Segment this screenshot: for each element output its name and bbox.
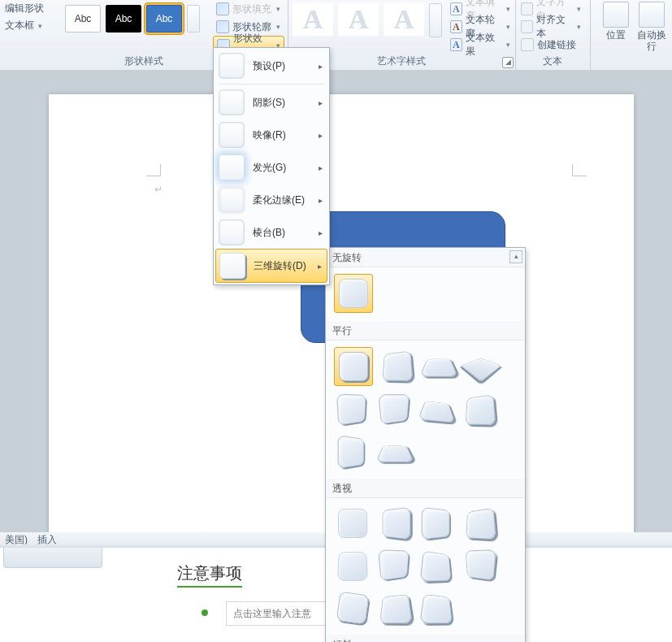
submenu-arrow-icon: ▸ <box>319 62 323 71</box>
rotation-parallel-5[interactable] <box>334 391 371 428</box>
ribbon: 编辑形状 文本框 ▾ Abc Abc Abc 形状填充▾ 形状轮廓▾ 形状效果▾… <box>0 0 672 71</box>
shape-effects-menu: 预设(P) ▸ 阴影(S) ▸ 映像(R) ▸ 发光(G) ▸ 柔化边缘(E) … <box>213 47 330 285</box>
preset-icon <box>219 53 245 79</box>
rotation-perspective-11[interactable] <box>418 589 456 627</box>
submenu-arrow-icon: ▸ <box>319 228 323 237</box>
gallery-perspective-row <box>326 498 525 635</box>
rotation-parallel-3[interactable] <box>420 347 457 384</box>
rotation-perspective-1[interactable] <box>334 505 371 542</box>
paragraph-mark: ↵ <box>154 184 163 195</box>
auto-wrap-icon <box>639 2 665 28</box>
menu-bevel[interactable]: 棱台(B) ▸ <box>215 216 327 249</box>
rotation-parallel-1[interactable] <box>334 347 373 386</box>
rotation-parallel-10[interactable] <box>376 433 414 471</box>
position-button[interactable]: 位置 <box>598 2 634 41</box>
rotation-parallel-7[interactable] <box>418 391 456 428</box>
gallery-scroll-up[interactable]: ▴ <box>509 250 522 263</box>
rotation-perspective-2[interactable] <box>376 505 414 542</box>
rotation-parallel-2[interactable] <box>378 347 415 384</box>
margin-mark-tl <box>146 164 166 184</box>
menu-soft-edges[interactable]: 柔化边缘(E) ▸ <box>215 184 327 216</box>
rotation3d-gallery: ▴ 无旋转 平行 透视 倾斜 <box>325 247 526 642</box>
rotation-perspective-5[interactable] <box>334 547 371 584</box>
rotation3d-icon <box>219 253 245 279</box>
margin-mark-tr <box>567 164 587 184</box>
group-wordart-launcher[interactable]: ◢ <box>502 57 514 68</box>
shadow-icon <box>219 89 245 115</box>
gallery-section-no-rotation: 无旋转 <box>326 248 525 267</box>
submenu-arrow-icon: ▸ <box>318 262 322 271</box>
rotation-parallel-6[interactable] <box>376 391 414 428</box>
rotation-perspective-9[interactable] <box>334 589 371 627</box>
rotation-parallel-4[interactable] <box>462 347 500 384</box>
menu-shadow[interactable]: 阴影(S) ▸ <box>215 86 327 119</box>
gallery-section-tilt: 倾斜 <box>326 635 525 642</box>
rotation-parallel-8[interactable] <box>461 391 498 428</box>
submenu-arrow-icon: ▸ <box>319 131 323 140</box>
menu-glow[interactable]: 发光(G) ▸ <box>215 151 327 184</box>
gallery-section-perspective: 透视 <box>326 479 525 498</box>
auto-wrap-button[interactable]: 自动换行 <box>634 2 670 52</box>
rotation-perspective-3[interactable] <box>418 505 456 542</box>
panel-resize-handle[interactable] <box>3 548 102 568</box>
submenu-arrow-icon: ▸ <box>319 98 323 107</box>
rotation-perspective-7[interactable] <box>418 547 456 584</box>
glow-icon <box>219 154 245 180</box>
reflection-icon <box>219 122 245 148</box>
gallery-section-parallel: 平行 <box>326 321 525 341</box>
notes-title: 注意事项 <box>177 562 242 588</box>
bullet-icon <box>202 609 208 616</box>
rotation-perspective-8[interactable] <box>461 547 498 584</box>
menu-separator <box>219 84 324 85</box>
rotation-perspective-10[interactable] <box>376 589 414 627</box>
menu-reflection[interactable]: 映像(R) ▸ <box>215 119 327 151</box>
menu-3d-rotation[interactable]: 三维旋转(D) ▸ <box>215 249 327 283</box>
rotation-parallel-9[interactable] <box>334 433 371 471</box>
rotation-none[interactable] <box>334 274 373 313</box>
rotation-perspective-4[interactable] <box>461 505 498 542</box>
submenu-arrow-icon: ▸ <box>319 163 323 172</box>
gallery-parallel-row <box>326 341 525 479</box>
position-icon <box>603 2 629 28</box>
rotation-perspective-6[interactable] <box>376 547 414 584</box>
group-text: 文本 <box>515 0 591 70</box>
menu-preset[interactable]: 预设(P) ▸ <box>215 50 327 82</box>
group-text-label: 文本 <box>515 54 590 68</box>
submenu-arrow-icon: ▸ <box>319 196 323 205</box>
bevel-icon <box>219 219 245 245</box>
soft-edges-icon <box>219 187 245 213</box>
